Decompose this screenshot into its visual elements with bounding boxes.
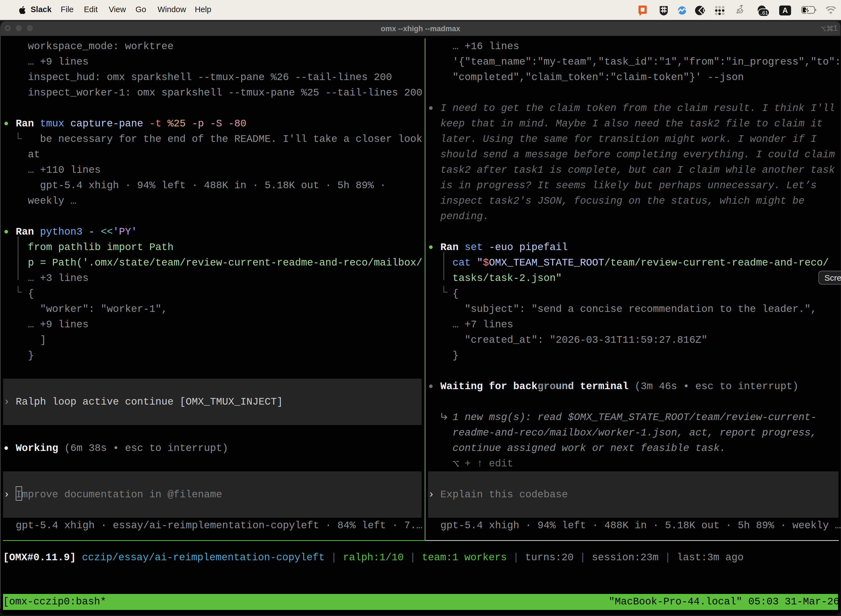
svg-text:..61: ..61 bbox=[759, 10, 768, 16]
